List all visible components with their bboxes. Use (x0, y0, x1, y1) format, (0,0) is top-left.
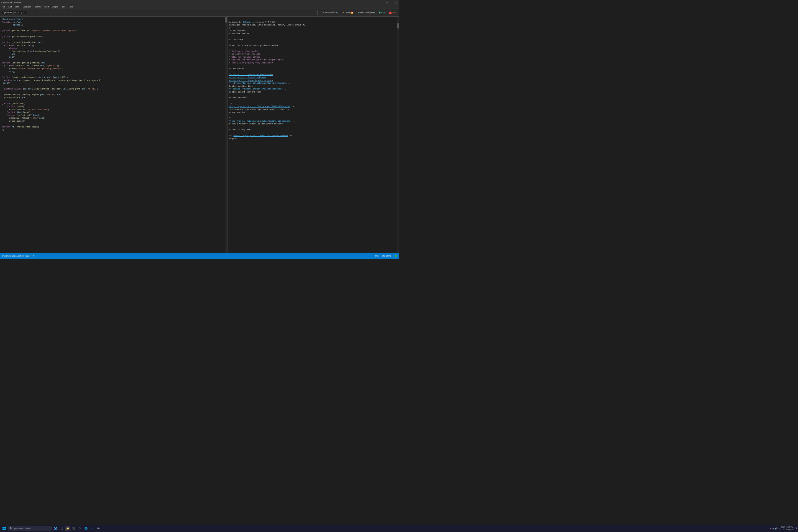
link-servers[interactable]: => servers/ Known Gemini servers (229, 79, 273, 81)
link6-arrow: => (229, 102, 232, 105)
output-scrollbar[interactable] (397, 17, 399, 253)
macro-stepper-icon: ⚙ (358, 12, 360, 14)
language-line: Language: racket/base, with debugging; m… (229, 24, 306, 26)
status-arrow: ▼ (33, 255, 35, 257)
menu-tabs[interactable]: Tabs (60, 5, 67, 8)
window-title: gemini.rkt - DrRacket (3, 2, 22, 4)
title-bar: λ gemini.rkt - DrRacket ─ □ ✕ (0, 0, 399, 5)
menu-file[interactable]: File (1, 5, 6, 8)
link7-arrow: => (229, 117, 232, 119)
minimize-button[interactable]: ─ (385, 1, 389, 4)
link-gus[interactable]: gemini://gus.guru/ Gemini Universal Sear… (233, 134, 288, 137)
check-syntax-icon2: 🔍 (336, 12, 338, 14)
check-syntax-button[interactable]: ✓ Check Syntax 🔍 (320, 11, 340, 14)
close-button[interactable]: ✕ (394, 1, 398, 4)
code-editor[interactable]: #lang racket/base (require net/url opens… (0, 17, 227, 253)
macro-stepper-button[interactable]: ⚙ Macro Stepper ▶ (357, 11, 376, 14)
stop-label: Stop (392, 12, 396, 14)
check-syntax-icon: ✓ (321, 12, 323, 14)
memory-usage: 347.30 MB (382, 255, 391, 257)
cursor-position: 44:2 (375, 255, 379, 257)
status-bar: Determine language from source ▼ 44:2 34… (0, 253, 399, 259)
toolbar-separator (317, 11, 318, 15)
heading-overview: ## Overview (229, 39, 243, 41)
language-status[interactable]: Determine language from source (2, 255, 31, 257)
run-label: Run (381, 12, 385, 14)
menu-racket[interactable]: Racket (33, 5, 42, 8)
tab-gemini-rkt[interactable]: gemini.rkt (define ...) × (2, 11, 26, 14)
tab-area: gemini.rkt (define ...) × (2, 11, 315, 14)
check-syntax-label: Check Syntax (323, 12, 335, 14)
welcome-text: Welcome to DrRacket, version 7.7 [3m]. (229, 21, 277, 23)
macro-stepper-label: Macro Stepper (360, 12, 373, 14)
macro-stepper-icon2: ▶ (374, 12, 375, 14)
heading-resources: ## Resources (229, 68, 244, 70)
menu-insert[interactable]: Insert (42, 5, 50, 8)
stop-icon (389, 12, 392, 14)
gemini-path: 20 text/gemini (229, 30, 247, 32)
heading-project: # Project Gemini (229, 33, 249, 35)
menu-edit[interactable]: Edit (7, 5, 13, 8)
bullet1: * Is heavier than gopher * Is lighter th… (229, 50, 283, 64)
debug-icon: ▶ (343, 12, 344, 14)
tab-close-icon[interactable]: × (23, 12, 24, 14)
menu-scripts[interactable]: Scripts (51, 5, 59, 8)
editor-text[interactable]: #lang racket/base (require net/url opens… (0, 17, 227, 253)
title-controls: ─ □ ✕ (385, 1, 398, 4)
output-number: 1 (229, 27, 230, 29)
menu-bar: File Edit View Language Racket Insert Sc… (0, 5, 399, 9)
link-vulpes[interactable]: https://proxy.vulpes.one/gemini/gemini.c… (229, 120, 290, 122)
editor-scrollbar[interactable] (225, 17, 227, 253)
run-button[interactable]: ▶ Run (378, 11, 386, 14)
link-torture[interactable]: => gemini://gemini.conman.org/test/tortu… (229, 88, 283, 90)
toolbar: gemini.rkt (define ...) × ✓ Check Syntax… (0, 9, 399, 17)
drracket-link[interactable]: DrRacket (243, 21, 253, 23)
debug-button[interactable]: ▶ Debug ⏩ (341, 11, 355, 14)
status-indicator (395, 255, 397, 257)
heading-search: ## Search engines (229, 129, 250, 131)
link-mailing[interactable]: => https://lists.orbitalfox.eu/listinfo/… (229, 82, 286, 84)
editor-scroll-thumb[interactable] (225, 17, 227, 23)
tab-label: gemini.rkt (4, 12, 12, 14)
heading-webproxies: ## Web proxies (229, 97, 247, 99)
status-right: 44:2 347.30 MB (375, 255, 397, 257)
menu-help[interactable]: Help (67, 5, 74, 8)
main-area: #lang racket/base (require net/url opens… (0, 17, 399, 253)
intro-text: Gemini is a new internet protocol which: (229, 44, 279, 46)
menu-language[interactable]: Language (21, 5, 33, 8)
stop-button[interactable]: Stop (388, 11, 397, 14)
link-mozz[interactable]: https://portal.mozz.us/?url=gemini%3A%2F… (229, 105, 290, 108)
output-panel: Welcome to DrRacket, version 7.7 [3m]. L… (227, 17, 399, 253)
debug-label: Debug (345, 12, 350, 14)
debug-icon2: ⏩ (351, 12, 354, 14)
app-icon: λ (1, 1, 2, 4)
link-software[interactable]: => software/ Gemini software (229, 76, 267, 78)
link-docs[interactable]: => docs/ Gemini documentation (229, 73, 273, 76)
link8-arrow: => (229, 134, 233, 137)
output-scroll-thumb[interactable] (397, 23, 399, 28)
run-icon: ▶ (379, 12, 381, 14)
maximize-button[interactable]: □ (390, 1, 394, 4)
menu-view[interactable]: View (14, 5, 20, 8)
tab-sub: (define ...) (13, 12, 22, 14)
